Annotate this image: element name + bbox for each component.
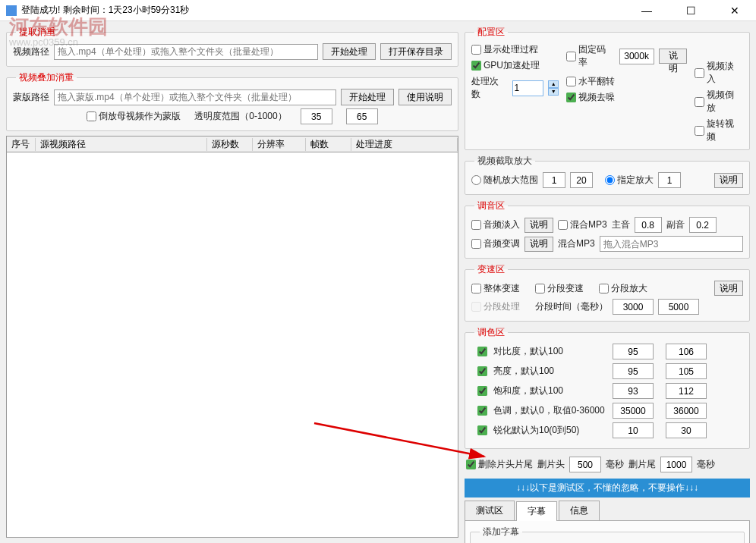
th-resolution: 分辨率 <box>253 138 306 151</box>
whole-speed-label: 整体变速 <box>484 282 520 295</box>
contrast-checkbox[interactable] <box>477 347 487 356</box>
color-legend: 调色区 <box>474 326 508 339</box>
th-index: 序号 <box>7 138 36 151</box>
video-path-input[interactable] <box>54 44 318 60</box>
seg-time-max-input[interactable] <box>658 299 699 315</box>
trim-head-label: 删片头 <box>537 458 565 471</box>
crop-help-button[interactable]: 说明 <box>714 173 743 188</box>
hue-a-input[interactable] <box>613 403 654 419</box>
brightness-checkbox[interactable] <box>477 366 487 376</box>
tab-test[interactable]: 测试区 <box>465 501 515 520</box>
fadein-checkbox[interactable] <box>695 68 704 78</box>
titlebar: 登陆成功! 剩余时间：1天23小时59分31秒 — ☐ ✕ <box>0 0 756 21</box>
fixed-zoom-input[interactable] <box>658 172 681 188</box>
sharpen-checkbox[interactable] <box>477 425 487 435</box>
overlay-help-button[interactable]: 使用说明 <box>398 89 452 105</box>
window-controls: — ☐ ✕ <box>632 2 750 20</box>
overlay-start-button[interactable]: 开始处理 <box>341 89 394 105</box>
brightness-a-input[interactable] <box>613 363 654 379</box>
random-zoom-label: 随机放大范围 <box>484 174 538 187</box>
pitch-checkbox[interactable] <box>471 239 481 249</box>
seg-speed-label: 分段变速 <box>547 282 584 295</box>
subtitle-group: 添加字幕 字幕坐标 字体样式 字体大小 字体颜色 <box>470 526 745 543</box>
seg-time-label: 分段时间（毫秒） <box>535 300 608 313</box>
trim-label: 删除片头片尾 <box>478 458 533 471</box>
rotate-checkbox[interactable] <box>695 126 704 136</box>
mix-mp3-checkbox[interactable] <box>558 220 568 230</box>
trim-head-unit: 毫秒 <box>606 458 624 471</box>
reverse-checkbox[interactable] <box>695 97 704 107</box>
seg-proc-label: 分段处理 <box>484 300 520 313</box>
result-table-body[interactable] <box>6 152 458 538</box>
random-max-input[interactable] <box>570 172 593 188</box>
main-volume-input[interactable] <box>635 217 662 233</box>
tab-subtitle[interactable]: 字幕 <box>516 501 557 521</box>
reverse-label: 视频倒放 <box>707 89 743 115</box>
whole-speed-checkbox[interactable] <box>471 284 481 293</box>
contrast-a-input[interactable] <box>613 344 654 359</box>
pitch-label: 音频变调 <box>484 237 520 250</box>
random-zoom-radio[interactable] <box>471 175 481 185</box>
hflip-checkbox[interactable] <box>566 77 576 86</box>
saturation-a-input[interactable] <box>613 383 654 399</box>
close-button[interactable]: ✕ <box>720 2 750 20</box>
fixed-rate-input[interactable] <box>619 49 654 64</box>
gpu-label: GPU加速处理 <box>484 59 540 72</box>
mask-path-label: 蒙版路径 <box>13 91 49 104</box>
hue-checkbox[interactable] <box>477 406 487 416</box>
random-min-input[interactable] <box>543 172 565 188</box>
open-save-dir-button[interactable]: 打开保存目录 <box>380 43 452 60</box>
invert-mask-label: 倒放母视频作为蒙版 <box>99 110 181 123</box>
invert-mask-checkbox[interactable] <box>87 111 96 121</box>
trim-checkbox[interactable] <box>466 460 476 469</box>
th-fps: 帧数 <box>306 138 351 151</box>
seg-time-min-input[interactable] <box>613 299 654 315</box>
audio-fade-checkbox[interactable] <box>471 220 481 230</box>
proc-count-label: 处理次数 <box>471 75 508 101</box>
fixed-rate-checkbox[interactable] <box>566 52 576 61</box>
maximize-button[interactable]: ☐ <box>676 2 706 20</box>
seg-zoom-checkbox[interactable] <box>599 284 609 293</box>
sharpen-b-input[interactable] <box>666 422 707 438</box>
config-group: 配置区 显示处理过程 GPU加速处理 处理次数 1 ▲▼ 固定码率 说明 <box>465 26 750 150</box>
denoise-checkbox[interactable] <box>566 93 576 102</box>
trim-tail-input[interactable] <box>660 457 692 472</box>
th-path: 源视频路径 <box>36 138 207 151</box>
hue-b-input[interactable] <box>666 403 707 419</box>
seg-speed-checkbox[interactable] <box>535 284 545 293</box>
spinner-up-icon[interactable]: ▲ <box>548 80 559 88</box>
sub-volume-label: 副音 <box>666 218 685 231</box>
alpha-min-input[interactable] <box>301 108 332 124</box>
start-process-button[interactable]: 开始处理 <box>323 43 376 60</box>
tab-info[interactable]: 信息 <box>559 501 600 520</box>
main-volume-label: 主音 <box>612 218 630 231</box>
saturation-b-input[interactable] <box>666 383 707 399</box>
spinner-down-icon[interactable]: ▼ <box>548 88 559 96</box>
mix-mp3-path-input[interactable] <box>600 236 743 252</box>
seg-zoom-label: 分段放大 <box>611 282 647 295</box>
alpha-max-input[interactable] <box>346 108 378 124</box>
minimize-button[interactable]: — <box>632 2 662 20</box>
sharpen-a-input[interactable] <box>613 422 654 438</box>
fixed-zoom-radio[interactable] <box>605 175 615 185</box>
crop-group: 视频截取放大 随机放大范围 指定放大 说明 <box>465 155 750 195</box>
saturation-checkbox[interactable] <box>477 386 487 396</box>
contrast-b-input[interactable] <box>666 344 707 359</box>
gpu-checkbox[interactable] <box>471 61 481 71</box>
overlay-legend: 视频叠加消重 <box>16 71 77 84</box>
trim-head-input[interactable] <box>569 457 601 472</box>
contrast-label: 对比度，默认100 <box>493 345 563 358</box>
speed-help-button[interactable]: 说明 <box>714 281 743 296</box>
proc-count-input[interactable]: 1 <box>512 80 544 96</box>
sub-volume-input[interactable] <box>689 217 717 233</box>
mix-mp3-label: 混合MP3 <box>570 218 607 231</box>
pitch-help-button[interactable]: 说明 <box>524 237 553 252</box>
show-process-checkbox[interactable] <box>471 45 481 55</box>
mask-path-input[interactable] <box>54 89 336 105</box>
audio-fade-help-button[interactable]: 说明 <box>524 218 553 233</box>
rate-help-button[interactable]: 说明 <box>659 49 688 64</box>
result-table-header: 序号 源视频路径 源秒数 分辨率 帧数 处理进度 <box>6 136 458 152</box>
extract-group: 提取消重 视频路径 开始处理 打开保存目录 <box>6 26 458 67</box>
hflip-label: 水平翻转 <box>578 75 615 88</box>
brightness-b-input[interactable] <box>666 363 707 379</box>
